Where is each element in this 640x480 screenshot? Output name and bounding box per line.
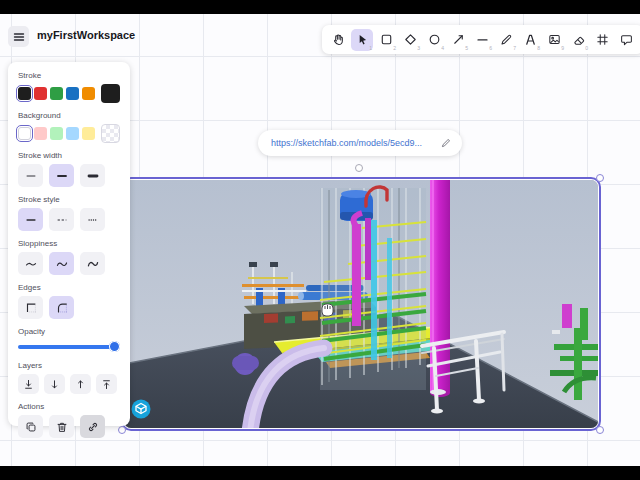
opacity-section: Opacity [18,327,120,353]
text-icon [523,32,538,47]
stroke-style-solid-button[interactable] [18,208,43,231]
stroke-width-extrabold-button[interactable] [80,164,105,187]
send-to-back-icon [22,378,35,391]
stroke-current-color[interactable] [101,84,120,103]
edges-sharp-button[interactable] [18,296,43,319]
stroke-width-thin-button[interactable] [18,164,43,187]
image-tool[interactable]: 9 [543,29,565,51]
background-swatch-blue[interactable] [66,127,79,140]
line-tool[interactable]: 6 [471,29,493,51]
stroke-swatch-red[interactable] [34,87,47,100]
background-current-color[interactable] [101,124,120,143]
stroke-label: Stroke [18,71,120,80]
diamond-tool[interactable]: 3 [399,29,421,51]
eraser-icon [571,32,586,47]
edges-round-button[interactable] [49,296,74,319]
architect-stroke-icon [24,257,38,271]
sloppiness-cartoonist-button[interactable] [80,252,105,275]
line-icon [475,32,490,47]
dotted-line-icon [86,213,100,227]
rectangle-icon [379,32,394,47]
hamburger-icon [13,31,25,43]
rectangle-tool[interactable]: 2 [375,29,397,51]
draw-tool[interactable]: 7 [495,29,517,51]
properties-panel: Stroke Background [8,62,130,426]
edges-label: Edges [18,283,120,292]
eraser-tool[interactable]: 0 [567,29,589,51]
comment-tool[interactable] [615,29,637,51]
bring-to-front-button[interactable] [96,374,117,394]
viewer-cursor [322,304,333,316]
solid-line-icon [24,213,38,227]
workspace-title: myFirstWorkspace [37,29,135,41]
stroke-style-dashed-button[interactable] [49,208,74,231]
hamburger-menu-button[interactable] [8,26,29,47]
canvas[interactable]: myFirstWorkspace 1 2 3 [0,14,640,466]
background-swatch-pink[interactable] [34,127,47,140]
bold-line-icon [55,169,69,183]
stroke-swatch-black[interactable] [18,87,31,100]
cursor-icon [355,32,370,47]
stroke-swatch-green[interactable] [50,87,63,100]
bring-forward-icon [74,378,87,391]
sharp-corner-icon [24,301,38,315]
send-backward-icon [48,378,61,391]
link-icon [86,420,100,434]
stroke-width-section: Stroke width [18,151,120,187]
artist-stroke-icon [55,257,69,271]
selection-tool[interactable]: 1 [351,29,373,51]
pencil-icon [499,32,514,47]
actions-section: Actions [18,402,120,438]
sloppiness-artist-button[interactable] [49,252,74,275]
background-swatch-yellow[interactable] [82,127,95,140]
rotate-handle[interactable] [355,164,363,172]
stroke-swatch-blue[interactable] [66,87,79,100]
frame-tool[interactable] [591,29,613,51]
opacity-slider[interactable] [18,341,120,353]
sloppiness-architect-button[interactable] [18,252,43,275]
ellipse-tool[interactable]: 4 [423,29,445,51]
comment-bubble-icon [619,32,634,47]
embed-link-pill[interactable]: https://sketchfab.com/models/5ecd9... [258,130,462,156]
stroke-section: Stroke [18,71,120,103]
sketchfab-3d-scene[interactable] [124,180,598,428]
round-corner-icon [55,301,69,315]
bring-to-front-icon [100,378,113,391]
send-backward-button[interactable] [44,374,65,394]
thin-line-icon [24,169,38,183]
drawing-toolbar: 1 2 3 4 5 [322,25,640,54]
sketchfab-logo-badge [132,400,151,419]
resize-handle-bottom-right[interactable] [596,426,604,434]
stroke-width-label: Stroke width [18,151,120,160]
stroke-style-label: Stroke style [18,195,120,204]
hand-tool[interactable] [327,29,349,51]
edit-link-button[interactable] [440,137,452,149]
duplicate-icon [24,420,38,434]
link-button[interactable] [80,415,105,438]
edges-section: Edges [18,283,120,319]
extrabold-line-icon [86,169,100,183]
send-to-back-button[interactable] [18,374,39,394]
sketchfab-embed[interactable] [121,177,601,431]
stroke-style-dotted-button[interactable] [80,208,105,231]
layers-section: Layers [18,361,120,394]
stroke-width-bold-button[interactable] [49,164,74,187]
delete-button[interactable] [49,415,74,438]
opacity-slider-knob[interactable] [109,341,120,352]
arrow-icon [451,32,466,47]
duplicate-button[interactable] [18,415,43,438]
background-swatch-transparent[interactable] [18,127,31,140]
cartoonist-stroke-icon [86,257,100,271]
diamond-icon [403,32,418,47]
ellipse-icon [427,32,442,47]
background-swatch-green[interactable] [50,127,63,140]
actions-label: Actions [18,402,120,411]
opacity-label: Opacity [18,327,120,336]
background-label: Background [18,111,120,120]
arrow-tool[interactable]: 5 [447,29,469,51]
embed-url-text[interactable]: https://sketchfab.com/models/5ecd9... [271,138,440,148]
resize-handle-top-right[interactable] [596,174,604,182]
stroke-swatch-orange[interactable] [82,87,95,100]
bring-forward-button[interactable] [70,374,91,394]
text-tool[interactable]: 8 [519,29,541,51]
